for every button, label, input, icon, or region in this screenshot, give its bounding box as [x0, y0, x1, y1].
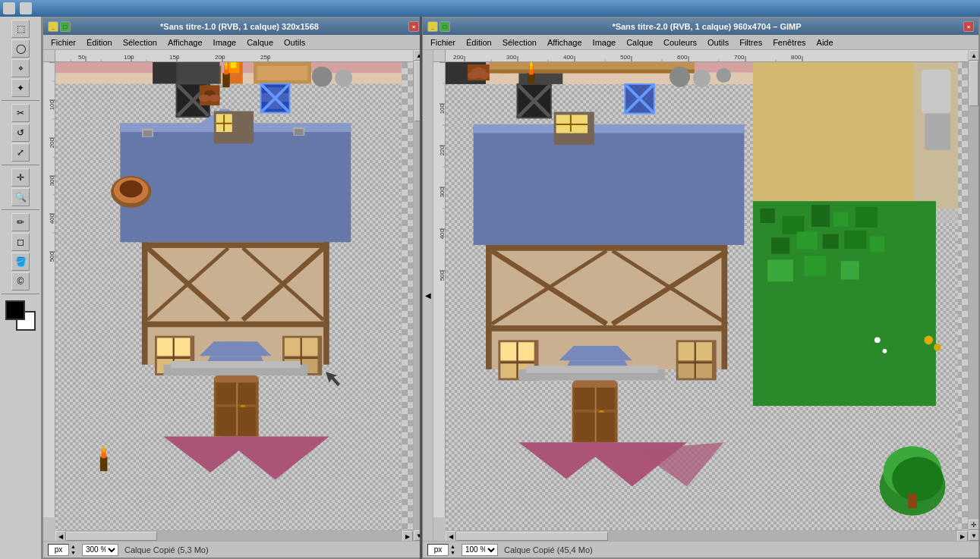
window2-vscroll-up[interactable]: ▲: [969, 50, 978, 61]
clone-tool[interactable]: ©: [11, 272, 30, 290]
rotate-tool[interactable]: ↺: [11, 124, 30, 142]
window2-dock-arrow[interactable]: ◀: [425, 291, 431, 300]
window2-vruler-container: 100 220 300 400 500: [433, 50, 446, 541]
menu1-image[interactable]: Image: [209, 37, 241, 48]
window1-hscroll-thumb[interactable]: [66, 532, 157, 541]
menu2-affichage[interactable]: Affichage: [543, 37, 587, 48]
menu2-aide[interactable]: Aide: [812, 37, 838, 48]
svg-rect-114: [236, 382, 238, 435]
svg-rect-180: [870, 236, 884, 252]
svg-rect-168: [922, 70, 951, 114]
svg-rect-230: [556, 124, 588, 125]
window2-hscroll-right[interactable]: ▶: [957, 531, 968, 541]
window2-close[interactable]: ×: [963, 21, 974, 32]
eraser-tool[interactable]: ◻: [11, 233, 30, 251]
svg-rect-113: [216, 407, 256, 436]
svg-rect-232: [486, 245, 492, 369]
menu1-edition[interactable]: Édition: [82, 37, 117, 48]
svg-rect-182: [804, 256, 826, 276]
window2-vscrollbar[interactable]: ▲ ✛ ▼: [968, 50, 978, 541]
window1-maximize[interactable]: □: [60, 21, 71, 32]
paint-bucket-tool[interactable]: 🪣: [11, 253, 30, 271]
svg-rect-64: [222, 73, 229, 87]
crop-tool[interactable]: ✂: [11, 104, 30, 122]
svg-rect-224: [474, 124, 745, 245]
svg-rect-251: [696, 363, 712, 378]
svg-point-62: [199, 95, 210, 102]
window2-unit-area: ▲ ▼: [427, 544, 455, 556]
menu2-fenetres[interactable]: Fenêtres: [768, 37, 810, 48]
menu1-fichier[interactable]: Fichier: [46, 37, 80, 48]
tool-divider-3: [2, 209, 39, 210]
menu1-selection[interactable]: Sélection: [118, 37, 162, 48]
window2-minimize[interactable]: _: [427, 21, 438, 32]
svg-rect-246: [500, 362, 534, 363]
window1-zoom-select[interactable]: 300 %: [82, 544, 118, 556]
fuzzy-select-tool[interactable]: ✦: [11, 79, 30, 97]
menu2-filtres[interactable]: Filtres: [735, 37, 767, 48]
window2-corner-btn[interactable]: ✛: [969, 520, 978, 530]
window1-hscroll-right[interactable]: ▶: [402, 531, 413, 541]
window1-hscrollbar[interactable]: ◀ ▶: [55, 530, 413, 541]
window2-zoom-select[interactable]: 100 %: [462, 544, 498, 556]
svg-rect-103: [285, 357, 318, 359]
menu2-edition[interactable]: Édition: [462, 37, 496, 48]
window2-hscroll-left[interactable]: ◀: [446, 531, 456, 541]
window2-maximize[interactable]: □: [440, 21, 450, 32]
window2-hscroll-track: [456, 531, 957, 541]
svg-text:250: 250: [260, 54, 271, 61]
tool-divider-4: [2, 294, 39, 294]
svg-point-184: [924, 336, 933, 345]
rectangle-select-tool[interactable]: ⬚: [11, 20, 30, 38]
window1-canvas-with-ruler: 100 200 300 400 500: [43, 50, 424, 541]
svg-rect-243: [500, 363, 516, 378]
foreground-color[interactable]: [5, 300, 25, 320]
window1-unit-arrows[interactable]: ▲ ▼: [71, 544, 76, 556]
menu2-couleurs[interactable]: Couleurs: [659, 37, 701, 48]
menu1-calque[interactable]: Calque: [242, 37, 278, 48]
left-tool-panel: ⬚ ◯ ⌖ ✦ ✂ ↺ ⤢ ✛ 🔍 ✏ ◻ 🪣 ©: [0, 17, 42, 559]
window1-canvas[interactable]: [55, 62, 413, 530]
menu2-image[interactable]: Image: [588, 37, 621, 48]
svg-rect-225: [474, 124, 745, 133]
menu2-fichier[interactable]: Fichier: [426, 37, 460, 48]
os-taskbar: [0, 0, 980, 17]
svg-rect-181: [767, 259, 793, 281]
scale-tool[interactable]: ⤢: [11, 143, 30, 162]
window1-ruler-corner: [43, 50, 55, 62]
svg-text:400: 400: [439, 228, 446, 239]
pencil-tool[interactable]: ✏: [11, 213, 30, 231]
ellipse-select-tool[interactable]: ◯: [11, 39, 30, 58]
window1-close-btn: ×: [408, 21, 419, 32]
window2-canvas-with-ruler: ◀ 100 220 300 400: [423, 50, 978, 541]
taskbar-icon-1[interactable]: [3, 2, 15, 14]
svg-rect-191: [908, 494, 917, 508]
taskbar-icon-2[interactable]: [20, 2, 32, 14]
window2-canvas-wrapper: ◀ 100 220 300 400: [423, 50, 978, 541]
window1-minimize[interactable]: _: [48, 21, 58, 32]
window2-canvas[interactable]: [446, 62, 968, 530]
window1-hscroll-left[interactable]: ◀: [55, 531, 66, 541]
svg-rect-91: [157, 338, 173, 356]
free-select-tool[interactable]: ⌖: [11, 59, 30, 77]
menu1-affichage[interactable]: Affichage: [163, 37, 207, 48]
menu2-calque[interactable]: Calque: [622, 37, 657, 48]
move-tool[interactable]: ✛: [11, 168, 30, 187]
svg-rect-208: [531, 62, 532, 66]
svg-rect-253: [679, 362, 712, 363]
window2-unit-arrows[interactable]: ▲ ▼: [450, 544, 455, 556]
svg-rect-179: [844, 231, 866, 249]
svg-text:500: 500: [439, 270, 446, 281]
window1-close[interactable]: ×: [408, 21, 419, 32]
zoom-tool[interactable]: 🔍: [11, 188, 30, 206]
menu2-outils[interactable]: Outils: [703, 37, 733, 48]
menu2-selection[interactable]: Sélection: [498, 37, 541, 48]
menu1-outils[interactable]: Outils: [279, 37, 310, 48]
window2-vscroll-thumb[interactable]: [969, 61, 978, 106]
window1-unit-input[interactable]: [48, 544, 69, 556]
window2-vscroll-down[interactable]: ▼: [969, 530, 978, 541]
svg-rect-204: [490, 70, 695, 74]
window2-unit-input[interactable]: [427, 544, 449, 556]
window2-hscrollbar[interactable]: ◀ ▶: [446, 530, 968, 541]
window2-hscroll-thumb[interactable]: [456, 532, 608, 541]
